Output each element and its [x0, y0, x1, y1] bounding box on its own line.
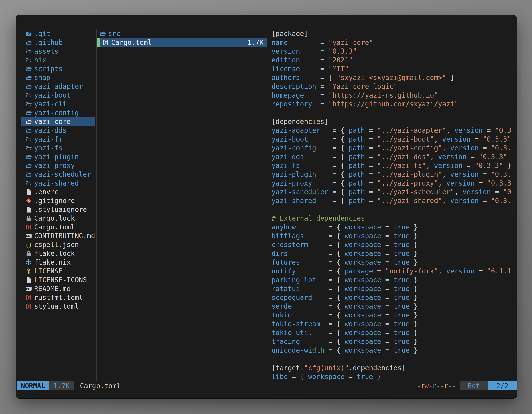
- preview-line: yazi-dds = { path = "../yazi-dds", versi…: [272, 152, 515, 161]
- preview-line: parking_lot = { workspace = true }: [272, 276, 515, 284]
- parent-item-yazi-fs[interactable]: yazi-fs: [21, 144, 95, 152]
- folder-open-icon: [25, 48, 32, 55]
- file-label: nix: [34, 56, 47, 64]
- file-label: yazi-scheduler: [34, 170, 91, 178]
- file-icon: [25, 189, 32, 195]
- parent-item-flake.lock[interactable]: flake.lock: [21, 249, 95, 258]
- toml-icon: [25, 224, 32, 231]
- parent-item-yazi-boot[interactable]: yazi-boot: [21, 91, 95, 100]
- json-icon: {}: [25, 241, 32, 248]
- file-label: yazi-dds: [34, 126, 67, 135]
- file-label: src: [108, 30, 120, 38]
- file-label: yazi-fs: [34, 144, 63, 152]
- file-label: Cargo.lock: [34, 214, 75, 222]
- file-label: snap: [34, 74, 50, 82]
- file-label: yazi-boot: [34, 91, 71, 99]
- parent-item-.gitignore[interactable]: .gitignore: [21, 196, 95, 205]
- parent-item-nix[interactable]: nix: [21, 56, 95, 64]
- markdown-icon: [25, 285, 32, 292]
- parent-item-yazi-proxy[interactable]: yazi-proxy: [21, 161, 95, 170]
- file-label: .styluaignore: [34, 206, 87, 213]
- preview-line: yazi-shared = { path = "../yazi-shared",…: [272, 196, 515, 205]
- preview-line: yazi-adapter = { path = "../yazi-adapter…: [272, 126, 515, 135]
- preview-line: tracing = { workspace = true }: [272, 337, 515, 346]
- file-label: yazi-cli: [34, 100, 67, 108]
- parent-item-assets[interactable]: assets: [21, 47, 95, 56]
- parent-item-yazi-cli[interactable]: yazi-cli: [21, 100, 95, 108]
- current-item-Cargo.toml[interactable]: Cargo.toml1.7K: [97, 38, 267, 47]
- preview-line: [target."cfg(unix)".dependencies]: [272, 364, 515, 372]
- parent-item-yazi-config[interactable]: yazi-config: [21, 108, 95, 117]
- folder-open-icon: [99, 30, 106, 37]
- file-label: flake.lock: [34, 250, 75, 258]
- parent-item-cspell.json[interactable]: {}cspell.json: [21, 240, 95, 249]
- parent-item-yazi-shared[interactable]: yazi-shared: [21, 179, 95, 188]
- preview-line: yazi-scheduler = { path = "../yazi-sched…: [272, 188, 515, 196]
- file-label: .github: [34, 39, 63, 47]
- preview-line: yazi-config = { path = "../yazi-config",…: [272, 144, 515, 152]
- file-label: .gitignore: [34, 197, 75, 205]
- parent-item-rustfmt.toml[interactable]: rustfmt.toml: [21, 293, 95, 302]
- yazi-window: .git.githubassetsnixscriptssnapyazi-adap…: [16, 15, 517, 398]
- file-label: scripts: [34, 65, 63, 73]
- preview-pane: [package]name = "yazi-core"version = "0.…: [272, 29, 515, 382]
- file-icon: [25, 277, 32, 283]
- preview-line: futures = { workspace = true }: [272, 258, 515, 267]
- parent-item-Cargo.lock[interactable]: Cargo.lock: [21, 214, 95, 223]
- preview-line: [dependencies]: [272, 117, 515, 126]
- hover-indicator-bar: [97, 38, 100, 47]
- folder-open-icon: [25, 154, 32, 160]
- folder-open-icon: [25, 74, 32, 81]
- preview-line: notify = { package = "notify-fork", vers…: [272, 267, 515, 276]
- preview-line: tokio-stream = { workspace = true }: [272, 319, 515, 328]
- toml-icon: [25, 303, 32, 310]
- preview-line: yazi-fs = { path = "../yazi-fs", version…: [272, 161, 515, 170]
- parent-item-LICENSE[interactable]: LICENSE: [21, 267, 95, 276]
- folder-open-icon: [25, 136, 32, 143]
- parent-item-README.md[interactable]: README.md: [21, 284, 95, 293]
- snowflake-icon: [25, 259, 32, 266]
- parent-item-yazi-fm[interactable]: yazi-fm: [21, 135, 95, 144]
- file-label: yazi-proxy: [34, 162, 75, 170]
- file-label: .envrc: [34, 188, 58, 196]
- preview-line: license = "MIT": [272, 64, 515, 73]
- preview-line: authors = [ "sxyazi <sxyazi@gmail.com>" …: [272, 73, 515, 82]
- parent-item-.git[interactable]: .git: [21, 29, 95, 38]
- parent-item-snap[interactable]: snap: [21, 73, 95, 82]
- lock-icon: [25, 215, 32, 222]
- parent-item-.github[interactable]: .github: [21, 38, 95, 47]
- folder-open-icon: [25, 101, 32, 108]
- folder-open-icon: [25, 39, 32, 46]
- folder-open-icon: [25, 57, 32, 64]
- preview-line: description = "Yazi core logic": [272, 82, 515, 91]
- parent-item-.envrc[interactable]: .envrc: [21, 188, 95, 196]
- parent-item-.styluaignore[interactable]: .styluaignore: [21, 205, 95, 214]
- folder-open-icon: [25, 144, 32, 152]
- parent-item-yazi-adapter[interactable]: yazi-adapter: [21, 82, 95, 91]
- parent-item-Cargo.toml[interactable]: Cargo.toml: [21, 223, 95, 231]
- preview-line: tokio-util = { workspace = true }: [272, 328, 515, 337]
- parent-item-yazi-scheduler[interactable]: yazi-scheduler: [21, 170, 95, 179]
- file-label: yazi-config: [34, 109, 79, 117]
- parent-item-yazi-dds[interactable]: yazi-dds: [21, 126, 95, 135]
- key-icon: [25, 268, 32, 275]
- parent-item-stylua.toml[interactable]: stylua.toml: [21, 302, 95, 311]
- lock-icon: [25, 250, 32, 257]
- preview-line: yazi-proxy = { path = "../yazi-proxy", v…: [272, 179, 515, 188]
- file-label: yazi-plugin: [34, 153, 79, 161]
- folder-open-icon: [25, 109, 32, 116]
- folder-open-icon: [25, 92, 32, 99]
- file-label: rustfmt.toml: [34, 294, 83, 301]
- parent-item-yazi-plugin[interactable]: yazi-plugin: [21, 152, 95, 161]
- preview-line: version = "0.3.3": [272, 47, 515, 56]
- parent-item-LICENSE-ICONS[interactable]: LICENSE-ICONS: [21, 276, 95, 284]
- file-label: yazi-shared: [34, 179, 79, 187]
- parent-item-CONTRIBUTING.md[interactable]: CONTRIBUTING.md: [21, 231, 95, 240]
- parent-item-scripts[interactable]: scripts: [21, 64, 95, 73]
- preview-line: yazi-boot = { path = "../yazi-boot", ver…: [272, 135, 515, 144]
- parent-item-flake.nix[interactable]: flake.nix: [21, 258, 95, 267]
- folder-open-icon: [25, 171, 32, 178]
- pane-separator: [96, 29, 97, 382]
- parent-item-yazi-core[interactable]: yazi-core: [21, 117, 95, 126]
- current-item-src[interactable]: src: [97, 29, 267, 38]
